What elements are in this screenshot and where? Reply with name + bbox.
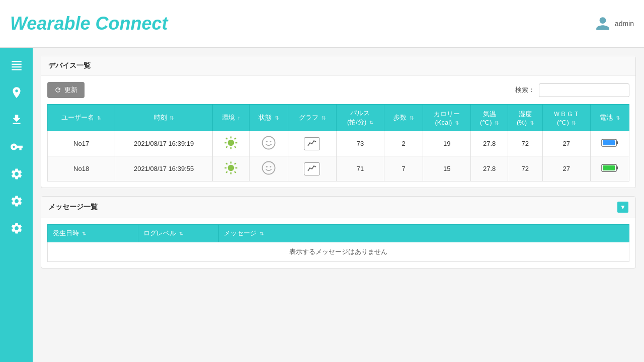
col-status[interactable]: 状態 ⇅ [249,105,288,131]
col-battery[interactable]: 電池 ⇅ [590,105,629,131]
cell-pulse: 73 [336,131,384,156]
svg-line-12 [226,146,227,148]
sun-icon [223,135,238,150]
svg-point-28 [262,162,275,174]
device-panel: デバイス一覧 更新 検索： [41,56,636,188]
col-graph[interactable]: グラフ ⇅ [288,105,336,131]
col-env[interactable]: 環境 ↑ [213,105,250,131]
battery-icon [601,163,618,172]
svg-line-26 [234,163,236,164]
sort-icon: ⇅ [572,120,576,126]
message-empty-row: 表示するメッセージはありません [48,242,629,262]
svg-point-4 [228,140,234,146]
smiley-icon [261,135,276,150]
sidebar-item-map[interactable] [0,80,33,105]
sun-icon [223,160,238,175]
sort-icon: ⇅ [179,231,183,236]
device-table: ユーザー名 ⇅ 時刻 ⇅ 環境 ↑ [47,104,629,182]
device-table-body: No17 2021/08/17 16:39:19 73 2 19 27.8 72… [48,131,629,182]
col-steps[interactable]: 歩数 ⇅ [384,105,423,131]
cell-steps: 7 [384,156,423,182]
download-icon [10,113,23,126]
sidebar-item-download[interactable] [0,107,33,132]
message-panel: メッセージ一覧 ▼ 発生日時 ⇅ ログレベル [41,196,636,268]
cell-status [249,156,288,182]
sidebar-item-settings-3[interactable] [0,216,33,241]
sidebar-item-key[interactable] [0,134,33,159]
device-panel-title: デバイス一覧 [41,56,635,76]
chart-button[interactable] [304,162,320,175]
main-content: デバイス一覧 更新 検索： [33,48,644,362]
msg-col-level[interactable]: ログレベル ⇅ [138,225,219,242]
battery-icon [601,138,618,147]
search-input[interactable] [539,83,629,97]
chart-icon [307,139,316,146]
col-calories[interactable]: カロリー(Kcal) ⇅ [423,105,471,131]
svg-point-14 [266,141,267,142]
table-row: No18 2021/08/17 16:39:55 71 7 15 27.8 72… [48,156,629,182]
search-label: 検索： [515,85,535,95]
message-table-header: 発生日時 ⇅ ログレベル ⇅ メッセージ ⇅ [48,225,629,242]
svg-point-19 [228,165,234,171]
sort-icon: ⇅ [275,115,279,121]
settings-icon-1 [10,167,23,180]
user-info: admin [595,16,634,32]
sort-icon: ⇅ [82,231,86,236]
refresh-button[interactable]: 更新 [47,82,85,98]
key-icon [10,140,23,153]
settings-icon-3 [10,222,23,235]
device-table-header: ユーザー名 ⇅ 時刻 ⇅ 環境 ↑ [48,105,629,131]
settings-icon-2 [10,195,23,208]
table-row: No17 2021/08/17 16:39:19 73 2 19 27.8 72… [48,131,629,156]
svg-rect-18 [603,140,615,145]
col-time[interactable]: 時刻 ⇅ [115,105,213,131]
svg-rect-32 [616,166,618,169]
message-panel-body: 発生日時 ⇅ ログレベル ⇅ メッセージ ⇅ [41,218,635,268]
svg-rect-17 [616,141,618,144]
sort-icon: ⇅ [321,115,326,121]
svg-rect-3 [12,69,22,70]
sidebar-item-settings-2[interactable] [0,189,33,214]
sort-icon: ⇅ [495,120,499,126]
cell-calories: 19 [423,131,471,156]
user-name-label: admin [615,20,634,28]
msg-col-date[interactable]: 発生日時 ⇅ [48,225,138,242]
sidebar [0,48,33,362]
cell-time: 2021/08/17 16:39:19 [115,131,213,156]
sidebar-item-settings-1[interactable] [0,161,33,187]
cell-temp: 27.8 [471,156,508,182]
sidebar-item-list[interactable] [0,53,33,78]
svg-point-15 [270,141,271,142]
message-table: 発生日時 ⇅ ログレベル ⇅ メッセージ ⇅ [47,224,629,262]
cell-graph [288,156,336,182]
cell-env [213,131,250,156]
toolbar: 更新 検索： [47,82,629,98]
svg-line-9 [226,138,227,139]
col-temp[interactable]: 気温(℃) ⇅ [471,105,508,131]
cell-user-name: No18 [48,156,115,182]
chart-icon [307,164,316,171]
svg-point-13 [262,137,275,149]
cell-humidity: 72 [508,156,542,182]
app-title: Wearable Connect [10,13,168,34]
col-wbgt[interactable]: ＷＢＧＴ(℃) ⇅ [542,105,590,131]
cell-battery [590,156,629,182]
main-layout: デバイス一覧 更新 検索： [0,48,644,362]
refresh-icon [54,86,61,94]
device-panel-body: 更新 検索： ユーザー名 ⇅ [41,76,635,188]
cell-env [213,156,250,182]
sort-icon: ⇅ [410,115,414,121]
cell-battery [590,131,629,156]
chart-button[interactable] [304,137,320,150]
collapse-button[interactable]: ▼ [617,202,628,213]
msg-col-message[interactable]: メッセージ ⇅ [219,225,629,242]
svg-line-10 [234,146,236,148]
no-message-text: 表示するメッセージはありません [48,242,629,262]
svg-line-11 [234,138,236,139]
col-humidity[interactable]: 湿度(%) ⇅ [508,105,542,131]
cell-wbgt: 27 [542,156,590,182]
col-pulse[interactable]: パルス(拍/分) ⇅ [336,105,384,131]
col-user-name[interactable]: ユーザー名 ⇅ [48,105,115,131]
svg-point-29 [266,166,267,167]
sort-icon: ↑ [237,115,240,121]
